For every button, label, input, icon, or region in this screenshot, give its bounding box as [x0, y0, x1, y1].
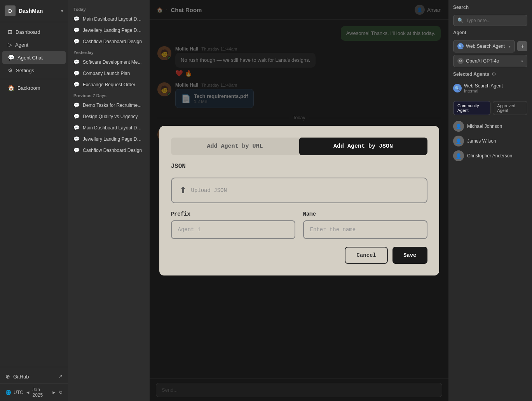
chevron-down-icon: ▾ [61, 9, 63, 14]
sidebar-item-label: Agent [15, 42, 28, 48]
right-panel: Search 🔍 Agent 🔍 Web Search Agent ▾ + ⚙ … [448, 0, 532, 401]
github-icon: ⊕ [5, 373, 10, 380]
save-button[interactable]: Save [392, 247, 427, 264]
next-month-button[interactable]: ► [52, 390, 56, 395]
sidebar-nav: ⊞ Dashboard ▷ Agent 💬 Agent Chat ⚙ Setti… [0, 22, 68, 98]
name-input[interactable] [303, 220, 427, 239]
chat-item-icon: 💬 [73, 38, 80, 44]
upload-json-box[interactable]: ⬆ Upload JSON [171, 178, 427, 203]
agent-circle-icon: 🔍 [457, 43, 464, 49]
upload-placeholder: Upload JSON [191, 187, 227, 194]
community-tabs: Community Agent Approved Agent [453, 101, 527, 115]
modal-fields: Prefix Name [171, 211, 427, 239]
member-name: Christopher Anderson [467, 153, 512, 159]
list-item[interactable]: 💬 Cashflow Dashboard Design [68, 145, 150, 156]
chat-item-icon: 💬 [73, 27, 80, 33]
chat-item-icon: 💬 [73, 136, 80, 142]
list-item[interactable]: 💬 Exchange Request Order [68, 79, 150, 90]
list-item[interactable]: 💬 Cashflow Dashboard Design [68, 36, 150, 47]
chevron-down-icon: ▾ [509, 44, 511, 49]
github-label: GitHub [13, 374, 29, 380]
cancel-button[interactable]: Cancel [345, 247, 387, 264]
chat-item-label: Exchange Request Order [83, 82, 135, 87]
search-box[interactable]: 🔍 [453, 15, 527, 26]
search-section-label: Search [453, 5, 527, 10]
sidebar-divider [0, 79, 68, 79]
chat-item-icon: 💬 [73, 82, 80, 87]
search-input[interactable] [466, 18, 523, 23]
avatar: 👤 [453, 136, 464, 146]
search-icon: 🔍 [457, 17, 464, 23]
today-section-label: Today [68, 4, 150, 13]
agent-row: 🔍 Web Search Agent ▾ + [453, 40, 527, 52]
list-item[interactable]: 💬 Jewellery Landing Page De... [68, 133, 150, 145]
list-item[interactable]: 💬 Company Launch Plan [68, 68, 150, 79]
timezone-label: UTC [14, 390, 23, 395]
list-item[interactable]: 💬 Main Dashboard Layout De... [68, 122, 150, 133]
chat-item-icon: 💬 [73, 113, 80, 119]
app-title: DashMan [19, 8, 58, 14]
sidebar-header[interactable]: D DashMan ▾ [0, 0, 68, 22]
member-name: Michael Johnson [467, 124, 502, 129]
avatar: 👤 [453, 121, 464, 132]
sidebar-item-label: Dashboard [16, 29, 40, 35]
tab-add-agent-url[interactable]: Add Agent by URL [171, 138, 299, 155]
sidebar-item-dashboard[interactable]: ⊞ Dashboard [2, 26, 66, 38]
prev-month-button[interactable]: ◄ [26, 390, 30, 395]
member-item: 👤 James Wilson [453, 134, 527, 148]
globe-icon: 🌐 [5, 390, 11, 395]
openai-model-row[interactable]: ⚙ OpenAI GPT-4o ▾ [453, 55, 527, 67]
sidebar-item-agent[interactable]: ▷ Agent [2, 38, 66, 51]
prefix-input[interactable] [171, 220, 295, 239]
chat-list: Today 💬 Main Dashboard Layout De... 💬 Je… [68, 0, 150, 401]
member-item: 👤 Michael Johnson [453, 119, 527, 134]
prefix-label: Prefix [171, 211, 295, 217]
tab-add-agent-json[interactable]: Add Agent by JSON [299, 138, 427, 155]
selected-agents-header: Selected Agents ⚙ [453, 71, 527, 77]
prev7-section-label: Previous 7 Days [68, 90, 150, 99]
list-item[interactable]: 💬 Software Development Me... [68, 56, 150, 68]
backroom-icon: 🏠 [8, 85, 14, 91]
modal-actions: Cancel Save [171, 247, 427, 264]
chat-item-label: Cashflow Dashboard Design [83, 148, 142, 153]
name-label: Name [303, 211, 427, 217]
chat-item-icon: 💬 [73, 147, 80, 153]
refresh-button[interactable]: ↻ [59, 390, 63, 395]
chat-item-label: Design Quality vs Urgency [83, 114, 138, 119]
tab-approved-agent[interactable]: Approved Agent [493, 101, 527, 115]
yesterday-section-label: Yesterday [68, 47, 150, 56]
json-section: JSON [171, 163, 427, 170]
bottom-bar: 🌐 UTC ◄ Jan 2025 ► ↻ [0, 384, 68, 401]
current-month: Jan 2025 [33, 387, 50, 398]
chat-item-label: Software Development Me... [83, 59, 141, 65]
openai-icon: ⚙ [457, 58, 464, 64]
agent-type: Internal [464, 89, 503, 93]
chat-item-label: Demo Tasks for Recruitme... [83, 103, 141, 108]
sidebar-item-agent-chat[interactable]: 💬 Agent Chat [2, 51, 66, 64]
chat-icon: 💬 [8, 54, 14, 61]
agent-name-col: Web Search Agent Internal [464, 83, 503, 93]
settings-icon[interactable]: ⚙ [492, 71, 496, 77]
member-name: James Wilson [467, 138, 496, 144]
avatar: 👤 [453, 150, 464, 161]
sidebar: D DashMan ▾ ⊞ Dashboard ▷ Agent 💬 Agent … [0, 0, 68, 401]
list-item[interactable]: 💬 Demo Tasks for Recruitme... [68, 99, 150, 111]
sidebar-item-backroom[interactable]: 🏠 Backroom [2, 82, 66, 94]
web-search-agent-dropdown[interactable]: 🔍 Web Search Agent ▾ [453, 40, 515, 52]
chat-item-icon: 💬 [73, 70, 80, 76]
json-section-label: JSON [171, 163, 427, 170]
list-item[interactable]: 💬 Design Quality vs Urgency [68, 111, 150, 122]
add-agent-modal: Add Agent by URL Add Agent by JSON JSON … [159, 126, 439, 275]
sidebar-item-label: Agent Chat [17, 55, 43, 61]
list-item[interactable]: 💬 Main Dashboard Layout De... [68, 13, 150, 24]
app-logo: D [5, 5, 16, 16]
sidebar-item-github[interactable]: ⊕ GitHub ↗ [0, 370, 68, 384]
sidebar-item-settings[interactable]: ⚙ Settings [2, 64, 66, 77]
chat-item-label: Main Dashboard Layout De... [83, 125, 143, 131]
tab-community-agent[interactable]: Community Agent [453, 101, 490, 115]
dashboard-icon: ⊞ [8, 29, 12, 35]
chat-item-label: Jewellery Landing Page De... [83, 28, 143, 33]
list-item[interactable]: 💬 Jewellery Landing Page De... [68, 24, 150, 36]
name-field: Name [303, 211, 427, 239]
add-agent-button[interactable]: + [517, 41, 527, 51]
